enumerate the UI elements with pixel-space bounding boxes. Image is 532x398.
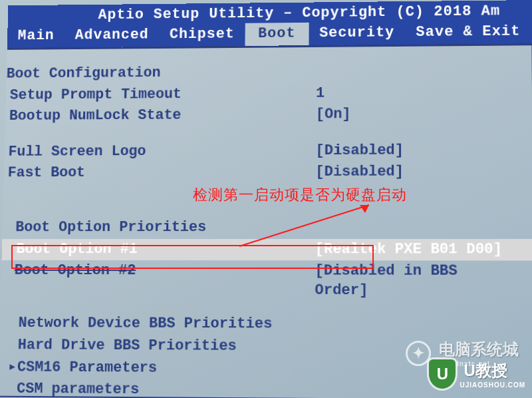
submenu-hard-drive-bbs[interactable]: Hard Drive BBS Priorities	[0, 335, 532, 359]
section-boot-option-priorities: Boot Option Priorities	[2, 217, 532, 239]
setting-value: [Disabled]	[315, 162, 517, 182]
submenu-network-bbs[interactable]: Network Device BBS Priorities	[0, 313, 532, 337]
menu-security[interactable]: Security	[309, 21, 405, 45]
setting-value: [Disabled]	[315, 141, 517, 161]
setting-label: Setup Prompt Timeout	[9, 85, 316, 105]
setting-value: [On]	[316, 104, 517, 124]
boot-option-label: Boot Option #2	[14, 262, 315, 300]
menu-advanced[interactable]: Advanced	[65, 24, 160, 47]
annotation-text: 检测第一启动项是否为硬盘启动	[193, 185, 407, 205]
setting-fast-boot[interactable]: Fast Boot [Disabled]	[3, 161, 532, 184]
setting-full-screen-logo[interactable]: Full Screen Logo [Disabled]	[4, 139, 532, 162]
setting-label: Fast Boot	[7, 163, 315, 183]
cursor-marker-icon: ▸	[8, 358, 17, 377]
setting-value: 1	[316, 83, 517, 103]
section-boot-configuration: Boot Configuration	[6, 60, 532, 85]
menu-save-exit[interactable]: Save & Exit	[405, 21, 531, 45]
menu-main[interactable]: Main	[7, 25, 65, 48]
boot-option-1[interactable]: Boot Option #1 [Realtek PXE B01 D00]	[1, 239, 532, 261]
submenu-csm-parameters[interactable]: CSM parameters	[0, 379, 532, 398]
menu-chipset[interactable]: Chipset	[159, 23, 245, 47]
setting-setup-prompt-timeout[interactable]: Setup Prompt Timeout 1	[5, 81, 532, 106]
setting-bootup-numlock[interactable]: Bootup NumLock State [On]	[5, 103, 532, 128]
submenu-csm16-parameters[interactable]: ▸ CSM16 Parameters	[0, 357, 532, 382]
menu-boot[interactable]: Boot	[245, 23, 309, 46]
setting-label: Full Screen Logo	[8, 142, 315, 162]
setting-label: Bootup NumLock State	[9, 106, 316, 126]
boot-option-label: Boot Option #1	[16, 240, 315, 260]
boot-option-value: [Realtek PXE B01 D00]	[315, 240, 518, 260]
boot-option-2[interactable]: Boot Option #2 [Disabled in BBS Order]	[1, 260, 532, 302]
boot-option-value: [Disabled in BBS Order]	[315, 262, 518, 301]
main-panel: Boot Configuration Setup Prompt Timeout …	[0, 43, 532, 398]
